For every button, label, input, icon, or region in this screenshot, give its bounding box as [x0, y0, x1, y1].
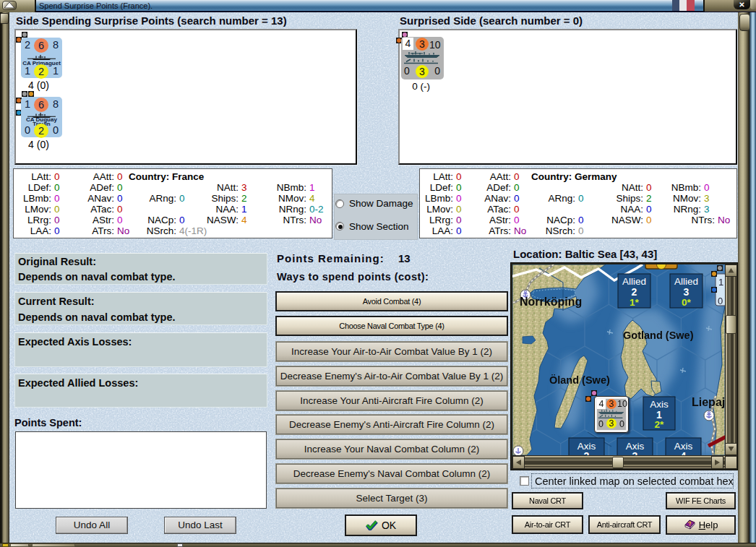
svg-text:Liepaja: Liepaja — [692, 396, 725, 408]
svg-text:0: 0 — [718, 296, 723, 306]
svg-text:3: 3 — [632, 450, 638, 455]
svg-text:4: 4 — [681, 450, 687, 455]
svg-text:1: 1 — [718, 277, 723, 288]
svg-text:2: 2 — [584, 450, 590, 455]
svg-text:0*: 0* — [682, 297, 692, 308]
svg-text:Allied: Allied — [622, 276, 646, 287]
svg-text:Allied: Allied — [674, 276, 698, 287]
svg-text:2*: 2* — [655, 419, 665, 430]
svg-text:3: 3 — [684, 286, 690, 298]
svg-text:Norrköping: Norrköping — [520, 296, 582, 308]
svg-text:1*: 1* — [630, 297, 640, 308]
svg-text:2: 2 — [632, 286, 637, 298]
svg-text:Öland (Swe): Öland (Swe) — [549, 374, 610, 386]
svg-text:Axis: Axis — [650, 399, 669, 410]
svg-text:Gotland (Swe): Gotland (Swe) — [623, 330, 694, 341]
